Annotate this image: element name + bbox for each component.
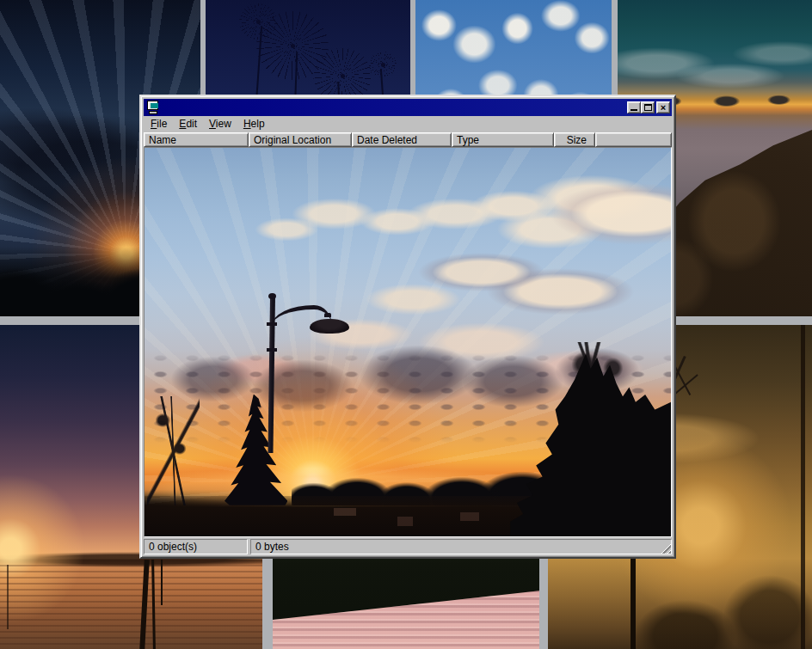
close-button[interactable]: × (656, 101, 670, 113)
status-bar: 0 object(s) 0 bytes (144, 537, 672, 554)
column-header-date-deleted[interactable]: Date Deleted (352, 132, 452, 147)
menu-help[interactable]: Help (237, 116, 271, 132)
street-lamp-cap (324, 313, 331, 317)
column-header-blank[interactable] (595, 132, 672, 147)
street-lamp-bracket (267, 348, 277, 352)
building-silhouette (397, 517, 413, 526)
street-lamp-finial (268, 293, 276, 299)
maximize-button[interactable] (641, 101, 655, 113)
maximize-icon (644, 104, 652, 111)
column-header-row: Name Original Location Date Deleted Type… (144, 132, 672, 147)
water-stick (7, 565, 9, 629)
column-header-name[interactable]: Name (144, 132, 249, 147)
water-stick (161, 560, 163, 605)
desktop: × File Edit View Help Name Original Loca… (0, 0, 812, 649)
status-size: 0 bytes (250, 539, 672, 554)
menu-view[interactable]: View (203, 116, 237, 132)
status-object-count: 0 object(s) (144, 539, 248, 554)
minimize-icon (631, 109, 637, 111)
file-list-area-sunset-photo[interactable] (144, 147, 672, 537)
water-ripples (0, 565, 262, 649)
menu-edit[interactable]: Edit (173, 116, 203, 132)
recycle-bin-window: × File Edit View Help Name Original Loca… (139, 95, 676, 559)
minimize-button[interactable] (627, 101, 641, 113)
menu-file[interactable]: File (145, 116, 173, 132)
computer-icon (146, 101, 160, 114)
seed-head (369, 52, 397, 77)
building-silhouette (334, 508, 356, 516)
blurred-pole (801, 325, 805, 649)
column-header-type[interactable]: Type (452, 132, 554, 147)
column-header-original-location[interactable]: Original Location (249, 132, 352, 147)
menu-bar: File Edit View Help (144, 116, 672, 132)
column-header-size[interactable]: Size (554, 132, 595, 147)
street-lamp-head (310, 319, 349, 334)
title-bar[interactable]: × (144, 99, 672, 116)
seed-head (239, 3, 277, 40)
photo-sapling-branches (147, 396, 200, 505)
building-silhouette (460, 512, 479, 521)
